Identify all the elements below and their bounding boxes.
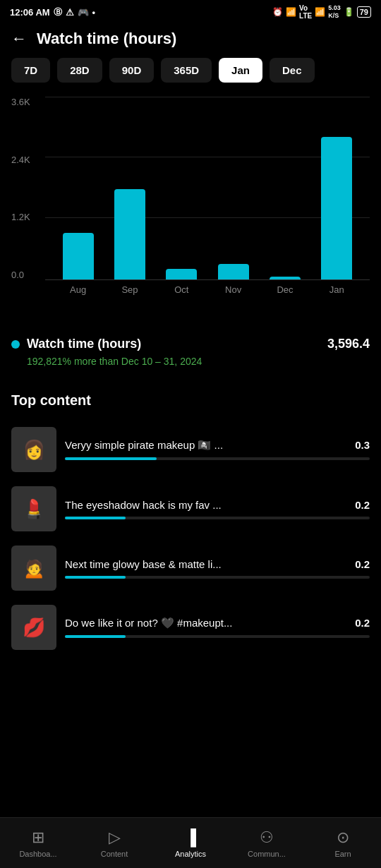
content-info-1: The eyeshadow hack is my fav ...0.2 [65, 499, 370, 519]
chart-area [45, 97, 370, 280]
progress-fill-0 [65, 457, 157, 460]
bar-col-oct [166, 97, 197, 279]
content-info-2: Next time glowy base & matte li...0.2 [65, 558, 370, 579]
x-label-aug: Aug [63, 284, 94, 295]
progress-fill-2 [65, 576, 126, 579]
top-content-section: Top content 👩Veryy simple pirate makeup … [0, 373, 381, 657]
watch-compare: 192,821% more than Dec 10 – 31, 2024 [11, 351, 370, 367]
signal-bars: 📶 [315, 7, 325, 17]
watch-label-row: Watch time (hours) [11, 337, 141, 351]
progress-bg-2 [65, 576, 370, 579]
bar-col-sep [114, 97, 145, 279]
status-right: ⏰ 📶 VoLTE 📶 5.03K/S 🔋 79 [272, 4, 371, 20]
status-left: 12:06 AM Ⓑ ⚠ 🎮 • [10, 6, 95, 18]
status-warning-icon: ⚠ [66, 7, 74, 18]
battery-icon: 🔋 [344, 7, 354, 17]
watch-label: Watch time (hours) [27, 337, 141, 351]
bar-col-jan [321, 97, 352, 279]
content-info-3: Do we like it or not? 🖤 #makeupt...0.2 [65, 617, 370, 638]
content-value-2: 0.2 [355, 558, 370, 570]
nav-label-dashboard: Dashboa... [19, 850, 56, 858]
period-tab-dec[interactable]: Dec [270, 58, 315, 83]
section-title: Top content [11, 392, 370, 409]
data-speed: 5.03K/S [328, 4, 341, 20]
watch-summary-top: Watch time (hours) 3,596.4 [11, 337, 370, 351]
progress-bg-0 [65, 457, 370, 460]
bar-col-dec [270, 97, 301, 279]
page-title: Watch time (hours) [37, 30, 176, 48]
alarm-icon: ⏰ [272, 7, 283, 17]
x-label-oct: Oct [166, 284, 197, 295]
bar-oct [166, 269, 197, 279]
y-label: 1.2K [11, 212, 30, 222]
chart-container: 3.6K2.4K1.2K0.0 AugSepOctNovDecJan [0, 97, 381, 323]
content-title-text-1: The eyeshadow hack is my fav ... [65, 499, 349, 511]
progress-fill-1 [65, 517, 126, 519]
content-item-1[interactable]: 💄The eyeshadow hack is my fav ...0.2 [11, 479, 370, 538]
period-tab-365d[interactable]: 365D [161, 58, 212, 83]
nav-label-earn: Earn [334, 850, 351, 858]
nav-item-content[interactable]: ▷Content [76, 818, 152, 868]
page-header: ← Watch time (hours) [0, 23, 381, 58]
content-value-0: 0.3 [355, 439, 370, 451]
content-thumb-3: 💋 [11, 605, 56, 650]
progress-bg-3 [65, 635, 370, 638]
watch-value: 3,596.4 [327, 337, 370, 351]
status-bar: 12:06 AM Ⓑ ⚠ 🎮 • ⏰ 📶 VoLTE 📶 5.03K/S 🔋 7… [0, 0, 381, 23]
content-thumb-1: 💄 [11, 486, 56, 531]
progress-fill-3 [65, 635, 126, 638]
content-list: 👩Veryy simple pirate makeup 🏴‍☠️ ...0.3💄… [11, 420, 370, 657]
nav-icon-dashboard: ⊞ [32, 828, 44, 847]
content-title-row-0: Veryy simple pirate makeup 🏴‍☠️ ...0.3 [65, 439, 370, 452]
content-item-2[interactable]: 🙍Next time glowy base & matte li...0.2 [11, 538, 370, 598]
bar-dec [270, 277, 301, 279]
bar-sep [114, 189, 145, 279]
content-title-row-1: The eyeshadow hack is my fav ...0.2 [65, 499, 370, 511]
content-value-3: 0.2 [355, 617, 370, 629]
content-title-text-2: Next time glowy base & matte li... [65, 558, 349, 570]
status-dot: • [92, 7, 96, 18]
period-tab-jan[interactable]: Jan [219, 58, 262, 83]
nav-label-analytics: Analytics [175, 850, 206, 858]
content-value-1: 0.2 [355, 499, 370, 511]
content-title-row-3: Do we like it or not? 🖤 #makeupt...0.2 [65, 617, 370, 629]
x-label-dec: Dec [270, 284, 301, 295]
status-time: 12:06 AM [10, 7, 50, 18]
content-item-0[interactable]: 👩Veryy simple pirate makeup 🏴‍☠️ ...0.3 [11, 420, 370, 479]
content-item-3[interactable]: 💋Do we like it or not? 🖤 #makeupt...0.2 [11, 598, 370, 657]
nav-icon-community: ⚇ [260, 828, 274, 847]
period-tab-28d[interactable]: 28D [57, 58, 102, 83]
x-label-sep: Sep [114, 284, 145, 295]
nav-item-analytics[interactable]: ▐Analytics [152, 818, 229, 868]
dot-indicator [11, 340, 20, 349]
nav-item-community[interactable]: ⚇Commun... [229, 818, 305, 868]
bar-col-aug [63, 97, 94, 279]
progress-bg-1 [65, 517, 370, 519]
y-label: 3.6K [11, 97, 30, 107]
watch-summary: Watch time (hours) 3,596.4 192,821% more… [0, 323, 381, 373]
bottom-nav: ⊞Dashboa...▷Content▐Analytics⚇Commun...⊙… [0, 817, 381, 868]
nav-icon-analytics: ▐ [185, 828, 196, 847]
bar-aug [63, 233, 94, 279]
content-info-0: Veryy simple pirate makeup 🏴‍☠️ ...0.3 [65, 439, 370, 460]
period-tabs: 7D28D90D365DJanDec [0, 58, 381, 97]
content-thumb-0: 👩 [11, 427, 56, 472]
status-game-icon: 🎮 [78, 7, 89, 18]
bars-row [45, 97, 370, 279]
signal-text: VoLTE [299, 4, 312, 20]
bar-nov [218, 264, 249, 279]
nav-icon-earn: ⊙ [337, 828, 349, 847]
period-tab-90d[interactable]: 90D [109, 58, 155, 83]
content-title-text-0: Veryy simple pirate makeup 🏴‍☠️ ... [65, 439, 349, 452]
x-label-jan: Jan [321, 284, 352, 295]
period-tab-7d[interactable]: 7D [11, 58, 50, 83]
chart-y-labels: 3.6K2.4K1.2K0.0 [11, 97, 30, 280]
y-label: 2.4K [11, 155, 30, 165]
wifi-icon: 📶 [286, 7, 296, 17]
content-thumb-2: 🙍 [11, 545, 56, 591]
nav-label-community: Commun... [248, 850, 286, 858]
back-button[interactable]: ← [11, 30, 27, 48]
nav-item-dashboard[interactable]: ⊞Dashboa... [0, 818, 76, 868]
nav-item-earn[interactable]: ⊙Earn [305, 818, 381, 868]
x-label-nov: Nov [218, 284, 249, 295]
